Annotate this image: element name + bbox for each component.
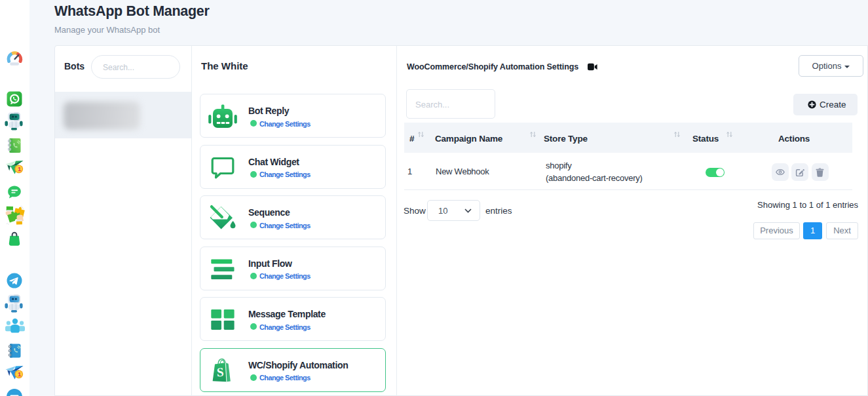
svg-text:1: 1 (18, 370, 22, 378)
svg-text:1: 1 (18, 165, 22, 172)
svg-text:S: S (216, 365, 224, 379)
